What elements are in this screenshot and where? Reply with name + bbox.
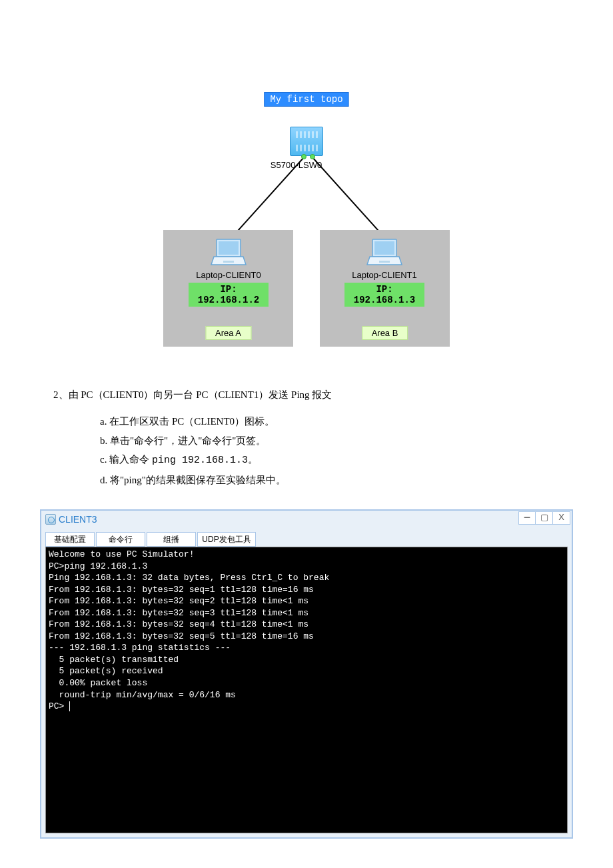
- title-bar[interactable]: CLIENT3 − ▢ X: [41, 511, 572, 528]
- app-logo-icon: [45, 514, 56, 525]
- switch-icon: [290, 127, 323, 156]
- laptop-client0-label: Laptop-CLIENT0: [189, 270, 269, 280]
- port-dot-icon: [301, 154, 306, 159]
- link-switch-client1: [311, 156, 384, 237]
- switch-node[interactable]: S5700-LSW0: [290, 127, 323, 156]
- client3-window: CLIENT3 − ▢ X 基础配置 命令行 组播 UDP发包工具 Welcom…: [40, 509, 573, 839]
- laptop-client1-node[interactable]: Laptop-CLIENT1 IP: 192.168.1.3: [344, 237, 424, 307]
- tab-multicast[interactable]: 组播: [147, 532, 196, 547]
- laptop-icon: [210, 237, 247, 269]
- laptop-client1-ip: IP: 192.168.1.3: [344, 283, 424, 307]
- step-c: c. 输入命令 ping 192.168.1.3。: [100, 450, 573, 471]
- minimize-button[interactable]: −: [518, 511, 536, 525]
- port-dot-icon: [310, 154, 315, 159]
- terminal-output[interactable]: Welcome to use PC Simulator!PC>ping 192.…: [45, 547, 568, 833]
- step-b: b. 单击"命令行"，进入"命令行"页签。: [100, 431, 573, 451]
- tab-udp-tool[interactable]: UDP发包工具: [197, 532, 256, 547]
- laptop-client1-label: Laptop-CLIENT1: [344, 270, 424, 280]
- step-d: d. 将"ping"的结果截图保存至实验结果中。: [100, 471, 573, 490]
- step-a: a. 在工作区双击 PC（CLIENT0）图标。: [100, 412, 573, 431]
- svg-rect-2: [223, 261, 234, 263]
- step-list: a. 在工作区双击 PC（CLIENT0）图标。 b. 单击"命令行"，进入"命…: [100, 412, 573, 489]
- close-button[interactable]: X: [553, 511, 570, 525]
- instruction-heading: 2、由 PC（CLIENT0）向另一台 PC（CLIENT1）发送 Ping 报…: [53, 387, 573, 403]
- area-b-label: Area B: [362, 326, 408, 340]
- svg-rect-1: [219, 241, 239, 255]
- svg-rect-4: [374, 241, 394, 255]
- tab-command-line[interactable]: 命令行: [96, 532, 145, 547]
- laptop-client0-ip: IP: 192.168.1.2: [189, 283, 269, 307]
- topology-title: My first topo: [264, 92, 348, 107]
- tab-bar: 基础配置 命令行 组播 UDP发包工具: [45, 532, 568, 547]
- laptop-client0-node[interactable]: Laptop-CLIENT0 IP: 192.168.1.2: [189, 237, 269, 307]
- area-a-label: Area A: [205, 326, 251, 340]
- laptop-icon: [366, 237, 403, 269]
- maximize-button[interactable]: ▢: [536, 511, 553, 525]
- svg-rect-5: [379, 261, 390, 263]
- window-title: CLIENT3: [59, 514, 97, 525]
- tab-basic-config[interactable]: 基础配置: [45, 532, 95, 547]
- topology-diagram: My first topo S5700-LSW0 Area A Area B: [163, 80, 450, 360]
- link-switch-client0: [233, 156, 305, 236]
